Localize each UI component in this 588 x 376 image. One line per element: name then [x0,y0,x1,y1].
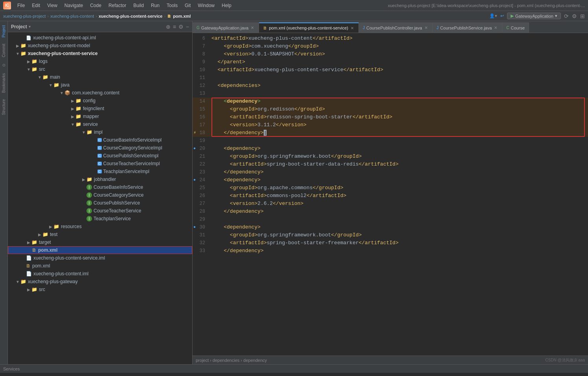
tree-item-coursecategory-service[interactable]: I CourseCategoryService [8,191,192,199]
refresh-icon[interactable]: ⟳ [564,13,569,19]
tab-course-partial[interactable]: C Course [502,22,529,33]
menu-help[interactable]: Help [219,2,235,9]
tree-item-course-publish-impl[interactable]: C CoursePublishServiceImpl [8,152,192,160]
breadcrumb-project[interactable]: xuecheng-plus-project [3,14,46,18]
code-content-27: <version>2.6.2</version> [208,200,588,208]
tree-item-teachplan-service[interactable]: I TeachplanService [8,215,192,223]
tree-item-course-base-impl[interactable]: C CourseBaseInfoServiceImpl [8,136,192,144]
tab-gateway-application[interactable]: G GatewayApplication.java ✕ [193,22,259,33]
tree-item-content-iml[interactable]: 📄 xuecheng-plus-content.iml [8,270,192,278]
services-label[interactable]: Services [3,367,20,371]
line-number: 20 [200,145,205,153]
tree-item-content-model[interactable]: ▶ 📁 xuecheng-plus-content-model [8,42,192,50]
code-content-6: <artifactId>xuecheng-plus-content</artif… [208,35,588,42]
line-number: 7 [202,42,205,50]
project-minimize-icon[interactable]: − [186,24,189,30]
menu-tools[interactable]: Tools [164,2,181,9]
tree-label: impl [94,129,103,135]
tree-item-test[interactable]: ▶ 📁 test [8,230,192,238]
gutter-6: 6 [193,35,208,42]
settings-icon[interactable]: ⚙ [572,13,577,19]
package-icon: 📦 [64,90,70,96]
interface-icon: I [86,200,92,206]
menu-git[interactable]: Git [182,2,194,9]
tree-item-gateway[interactable]: ▼ 📁 xuecheng-plus-gateway [8,278,192,286]
tree-arrow: ▼ [81,130,86,135]
tree-item-src[interactable]: ▼ 📁 src [8,65,192,73]
tree-item-gateway-src[interactable]: ▶ 📁 src [8,286,192,293]
gutter-10: 10 [193,66,208,74]
project-dropdown-arrow[interactable]: ▾ [29,24,31,29]
tree-item-coursebase-service[interactable]: I CourseBaseInfoService [8,183,192,191]
sidebar-tab-structure[interactable]: Structure [1,97,7,118]
tab-pom-xml[interactable]: 🗎 pom.xml (xuecheng-plus-content-service… [259,22,359,33]
tree-label: xuecheng-plus-content-service [28,51,97,56]
folder-icon: 📁 [42,232,48,237]
tree-item-java[interactable]: ▼ 📁 java [8,81,192,89]
tab-close-controller[interactable]: ✕ [424,26,428,30]
project-collapse-icon[interactable]: ⊕ [166,24,171,30]
menu-window[interactable]: Window [195,2,218,9]
tab-close-pom[interactable]: ✕ [350,26,355,30]
interface-icon: I [86,216,92,221]
menu-build[interactable]: Build [130,2,147,9]
tree-item-course-category-impl[interactable]: C CourseCategoryServiceImpl [8,144,192,152]
tree-item-impl[interactable]: ▼ 📁 impl [8,128,192,136]
sidebar-tab-bookmarks[interactable]: Bookmarks [1,71,7,95]
menu-navigate[interactable]: Navigate [61,2,86,9]
tree-item-coursepublish-service[interactable]: I CoursePublishService [8,199,192,207]
project-list-icon[interactable]: ≡ [173,24,176,30]
code-content-22: <artifactId>spring-boot-starter-data-red… [208,160,588,168]
tree-item-main[interactable]: ▼ 📁 main [8,73,192,81]
menu-file[interactable]: File [14,2,28,9]
tab-coursepublish-controller[interactable]: J CoursePublishController.java ✕ [359,22,433,33]
tree-item-mapper[interactable]: ▶ 📁 mapper [8,112,192,120]
menu-run[interactable]: Run [148,2,163,9]
tree-item-config[interactable]: ▶ 📁 config [8,97,192,105]
tree-item-pom-xml[interactable]: 🗎 pom.xml [8,246,192,254]
breadcrumb-service[interactable]: xuecheng-plus-content-service [99,14,163,18]
folder-icon: 📁 [20,43,26,48]
tree-item-resources[interactable]: ▶ 📁 resources [8,223,192,230]
tab-coursepublish-service[interactable]: J CoursePublishService.java ✕ [433,22,502,33]
run-config[interactable]: ▶ GatewayApplication ▾ [507,13,561,19]
tree-item-feignclient[interactable]: ▶ 📁 feignclient [8,105,192,112]
folder-icon: 📁 [86,177,92,182]
editor-content[interactable]: 6 <artifactId>xuecheng-plus-content</art… [193,33,588,356]
tree-item-courseteacher-service[interactable]: I CourseTeacherService [8,207,192,215]
tree-item-pom2[interactable]: 🗎 pom.xml [8,262,192,270]
toolbar-icon[interactable]: ⊞ [580,13,585,19]
menu-edit[interactable]: Edit [29,2,43,9]
pom-icon: 🗎 [26,263,31,269]
project-settings-icon[interactable]: ⚙ [178,24,184,30]
tree-item-jobhandler[interactable]: ▶ 📁 jobhandler [8,175,192,183]
code-line-8: 8 <version>0.0.1-SNAPSHOT</version> [193,50,588,58]
tab-close-service[interactable]: ✕ [493,26,498,30]
tree-item-target[interactable]: ▶ 📁 target [8,238,192,246]
tree-item-teachplan-impl[interactable]: C TeachplanServiceImpl [8,168,192,175]
tree-item-logs[interactable]: ▶ 📁 logs [8,57,192,65]
breadcrumb-content[interactable]: xuecheng-plus-content [50,14,94,18]
tree-item-api-iml[interactable]: 📄 xuecheng-plus-content-api.iml [8,34,192,42]
tree-item-service[interactable]: ▼ 📁 service [8,120,192,128]
line-number: 14 [200,98,205,105]
menu-code[interactable]: Code [87,2,105,9]
tab-close-gateway[interactable]: ✕ [250,26,255,30]
sidebar-tab-commit[interactable]: Commit [1,41,7,59]
sidebar-tab-project[interactable]: Project [1,23,7,40]
tree-arrow: ▶ [70,107,75,111]
tree-item-package[interactable]: ▼ 📦 com.xuecheng.content [8,89,192,97]
menu-view[interactable]: View [44,2,61,9]
tree-arrow: ▼ [26,67,31,72]
project-tree: 📄 xuecheng-plus-content-api.iml ▶ 📁 xuec… [8,32,192,364]
tree-item-course-teacher-impl[interactable]: C CourseTeacherServiceImpl [8,160,192,168]
code-content-8: <version>0.0.1-SNAPSHOT</version> [208,50,588,58]
tree-arrow: ▶ [26,240,31,245]
tree-item-content-service[interactable]: ▼ 📁 xuecheng-plus-content-service [8,50,192,57]
menu-refactor[interactable]: Refactor [105,2,129,9]
tree-item-service-iml[interactable]: 📄 xuecheng-plus-content-service.iml [8,254,192,262]
sidebar-tab-circle[interactable]: ⊙ [1,61,7,69]
run-icon: ▶ [511,13,514,18]
status-bar: project › dependencies › dependency CSDN… [193,356,588,364]
tree-label: pom.xml [32,263,50,269]
